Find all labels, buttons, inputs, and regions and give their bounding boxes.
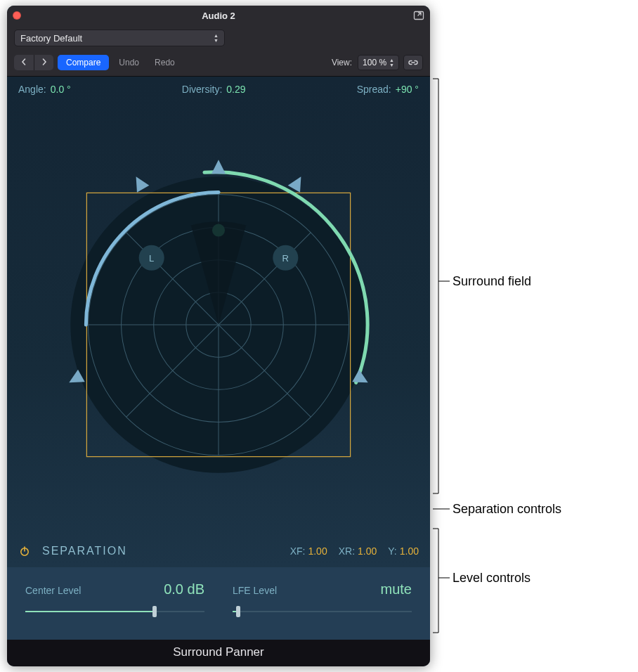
speaker-fr-icon — [288, 173, 307, 192]
center-level-control: Center Level 0.0 dB — [25, 581, 204, 619]
separation-power-button[interactable] — [18, 545, 31, 557]
param-row: Angle: 0.0 ° Diversity: 0.29 Spread: +90… — [7, 77, 430, 98]
angle-param[interactable]: Angle: 0.0 ° — [18, 84, 71, 95]
lfe-level-control: LFE Level mute — [233, 581, 412, 619]
xf-label: XF: — [290, 545, 306, 557]
y-label: Y: — [388, 545, 396, 557]
angle-value: 0.0 ° — [51, 84, 71, 95]
speaker-center-icon — [211, 160, 226, 174]
link-button[interactable] — [403, 55, 423, 70]
view-value: 100 % — [363, 58, 386, 67]
view-select[interactable]: 100 % ▲▼ — [358, 55, 399, 70]
lfe-level-slider[interactable] — [233, 605, 412, 619]
center-level-label: Center Level — [25, 585, 81, 596]
callout-separation: Separation controls — [453, 502, 561, 517]
lfe-level-label: LFE Level — [233, 585, 277, 596]
right-node-label: R — [282, 253, 289, 264]
redo-button[interactable]: Redo — [149, 58, 181, 67]
undo-button[interactable]: Undo — [113, 58, 145, 67]
toolbar: Compare Undo Redo View: 100 % ▲▼ — [7, 52, 430, 77]
xr-value: 1.00 — [358, 545, 377, 557]
diversity-value: 0.29 — [226, 84, 245, 95]
separation-row: SEPARATION XF: 1.00 XR: 1.00 Y: 1.00 — [7, 538, 430, 567]
xf-value: 1.00 — [308, 545, 327, 557]
plugin-name: Surround Panner — [7, 640, 430, 666]
diversity-param[interactable]: Diversity: 0.29 — [182, 84, 246, 95]
separation-title: SEPARATION — [42, 545, 127, 557]
callouts: Surround field Separation controls Level… — [430, 0, 634, 672]
power-icon — [19, 545, 30, 557]
preset-select[interactable]: Factory Default ▲▼ — [14, 30, 225, 46]
angle-label: Angle: — [18, 84, 46, 95]
main-panel: Angle: 0.0 ° Diversity: 0.29 Spread: +90… — [7, 77, 430, 567]
spread-param[interactable]: Spread: +90 ° — [357, 84, 419, 95]
center-level-slider[interactable] — [25, 605, 204, 619]
left-node-label: L — [149, 253, 154, 264]
spread-label: Spread: — [357, 84, 391, 95]
spread-value: +90 ° — [396, 84, 419, 95]
window-title: Audio 2 — [7, 11, 430, 21]
lfe-level-value: mute — [381, 581, 412, 597]
preset-row: Factory Default ▲▼ — [7, 25, 430, 52]
xr-label: XR: — [339, 545, 355, 557]
levels-section: Center Level 0.0 dB LFE Level mute — [7, 567, 430, 640]
xf-param[interactable]: XF: 1.00 — [290, 545, 327, 557]
surround-field[interactable]: L R — [7, 98, 430, 538]
view-label: View: — [332, 58, 352, 67]
plugin-window: Audio 2 Factory Default ▲▼ Compare Undo — [7, 6, 430, 666]
titlebar: Audio 2 — [7, 6, 430, 25]
chevron-updown-icon: ▲▼ — [389, 58, 394, 67]
callout-surround-field: Surround field — [453, 274, 531, 289]
chevron-updown-icon: ▲▼ — [214, 33, 219, 43]
callout-lines — [430, 0, 638, 672]
nav-segment — [14, 55, 53, 70]
speaker-fl-icon — [130, 173, 149, 192]
preset-value: Factory Default — [20, 33, 82, 44]
surround-field-svg: L R — [7, 98, 430, 538]
link-icon — [408, 58, 419, 67]
chevron-left-icon — [20, 58, 27, 65]
y-param[interactable]: Y: 1.00 — [388, 545, 419, 557]
compare-button[interactable]: Compare — [58, 55, 109, 70]
diversity-label: Diversity: — [182, 84, 223, 95]
xr-param[interactable]: XR: 1.00 — [339, 545, 377, 557]
callout-levels: Level controls — [453, 571, 530, 586]
y-value: 1.00 — [400, 545, 419, 557]
prev-button[interactable] — [14, 55, 34, 70]
center-level-value: 0.0 dB — [164, 581, 204, 597]
chevron-right-icon — [41, 58, 48, 65]
next-button[interactable] — [34, 55, 53, 70]
